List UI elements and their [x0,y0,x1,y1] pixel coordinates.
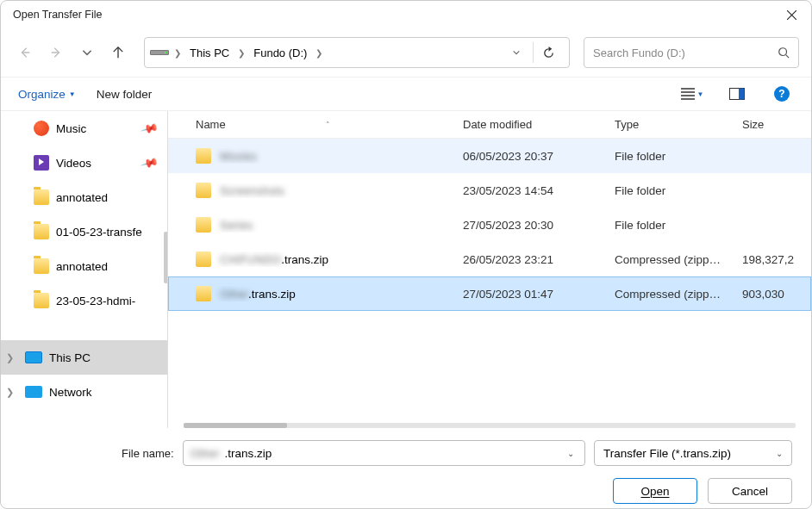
file-row[interactable]: Movies06/05/2023 20:37File folder [168,139,811,173]
file-name-masked: Movies [220,150,257,163]
new-folder-button[interactable]: New folder [97,88,153,101]
breadcrumb-this-pc[interactable]: This PC [186,43,233,63]
pc-icon [25,351,42,363]
sidebar-item-videos[interactable]: Videos📌 [1,146,167,180]
folder-icon [196,286,211,301]
expand-icon[interactable]: ❯ [6,352,14,363]
drive-icon [150,50,169,55]
chevron-right-icon[interactable]: ❯ [171,48,184,58]
sidebar-item-music[interactable]: Music📌 [1,111,167,146]
sidebar-item-network[interactable]: ❯Network [1,375,167,409]
close-button[interactable] [771,1,811,28]
help-button[interactable]: ? [770,82,794,106]
file-date: 23/05/2023 14:54 [456,184,608,197]
file-type: File folder [608,184,735,197]
file-name-masked: Screenshots [220,184,284,197]
folder-icon [34,189,49,205]
expand-icon[interactable]: ❯ [6,387,14,398]
file-row[interactable]: Other.trans.zip27/05/2023 01:47Compresse… [168,276,811,311]
music-icon [34,121,49,136]
sidebar: Music📌 Videos📌 annotated 01-05-23-transf… [1,111,168,428]
chevron-down-icon: ⌄ [776,449,783,458]
folder-icon [34,224,49,239]
preview-pane-icon [729,88,745,100]
organize-menu[interactable]: Organize ▼ [18,88,76,101]
breadcrumb[interactable]: ❯ This PC ❯ Fundo (D:) ❯ [144,37,570,68]
nav-back-button[interactable] [13,40,37,65]
breadcrumb-history-dropdown[interactable] [507,45,526,60]
file-type: File folder [608,150,735,163]
svg-point-0 [779,48,787,56]
folder-icon [196,217,211,233]
pin-icon: 📌 [140,153,159,172]
chevron-right-icon[interactable]: ❯ [234,48,248,58]
sidebar-item-transfer[interactable]: 01-05-23-transfe [1,214,167,249]
arrow-left-icon [19,47,31,59]
filename-history-dropdown[interactable]: ⌄ [564,449,578,458]
refresh-icon [542,47,555,59]
filename-value-suffix: .trans.zip [224,447,272,460]
file-type-filter[interactable]: Transfer File (*.trans.zip)⌄ [594,440,792,466]
file-date: 27/05/2023 20:30 [456,219,608,232]
sidebar-item-annotated[interactable]: annotated [1,180,167,214]
preview-pane-button[interactable] [725,82,749,106]
file-date: 27/05/2023 01:47 [456,288,608,301]
filename-value-masked: Other [191,447,220,460]
horizontal-scrollbar[interactable] [184,423,796,428]
nav-up-button[interactable] [106,40,130,65]
column-size[interactable]: Size [735,118,811,131]
column-type[interactable]: Type [608,118,735,131]
arrow-right-icon [50,47,62,59]
search-placeholder: Search Fundo (D:) [593,47,778,59]
filename-label: File name: [122,447,174,460]
file-name-masked: Series [220,219,253,232]
breadcrumb-drive[interactable]: Fundo (D:) [250,43,310,63]
chevron-down-icon [512,48,521,57]
open-button[interactable]: Open [613,478,697,504]
refresh-button[interactable] [533,42,564,63]
column-date[interactable]: Date modified [456,118,608,131]
file-list: Movies06/05/2023 20:37File folderScreens… [168,139,811,421]
close-icon [787,10,796,20]
sidebar-item-annotated-2[interactable]: annotated [1,249,167,283]
pin-icon: 📌 [140,119,159,138]
filename-input[interactable]: Other.trans.zip ⌄ [183,440,585,466]
sort-asc-icon: ˄ [326,121,330,129]
video-icon [34,155,49,171]
folder-icon [196,148,211,164]
folder-icon [196,251,211,267]
cancel-button[interactable]: Cancel [708,478,792,504]
file-type: Compressed (zipp… [608,253,735,266]
column-headers: Name˄ Date modified Type Size [168,111,811,139]
search-icon [778,47,790,59]
sidebar-item-hdmi[interactable]: 23-05-23-hdmi- [1,283,167,318]
file-row[interactable]: Series27/05/2023 20:30File folder [168,208,811,242]
file-date: 26/05/2023 23:21 [456,253,608,266]
file-size: 198,327,2 [735,253,811,266]
folder-icon [196,183,211,198]
search-input[interactable]: Search Fundo (D:) [584,37,799,68]
file-row[interactable]: Screenshots23/05/2023 14:54File folder [168,173,811,208]
file-row[interactable]: CHIFUNDO.trans.zip26/05/2023 23:21Compre… [168,242,811,276]
svg-rect-2 [739,89,745,100]
file-name-suffix: .trans.zip [248,288,296,301]
view-menu[interactable]: ▼ [680,82,704,106]
scrollbar-thumb[interactable] [184,423,287,428]
network-icon [25,386,42,398]
list-view-icon [681,88,695,100]
folder-icon [34,293,49,308]
file-name-suffix: .trans.zip [281,253,328,266]
chevron-right-icon[interactable]: ❯ [312,48,326,58]
column-name[interactable]: Name˄ [189,118,456,131]
file-type: File folder [608,219,735,232]
nav-forward-button[interactable] [44,40,68,65]
help-icon: ? [774,86,790,102]
file-name-masked: CHIFUNDO [220,253,281,266]
sidebar-item-this-pc[interactable]: ❯This PC [1,340,167,375]
folder-icon [34,258,49,274]
window-title: Open Transfer File [13,9,103,21]
nav-recent-dropdown[interactable] [75,40,99,65]
arrow-up-icon [112,47,124,59]
file-date: 06/05/2023 20:37 [456,150,608,163]
file-name-masked: Other [220,288,248,301]
